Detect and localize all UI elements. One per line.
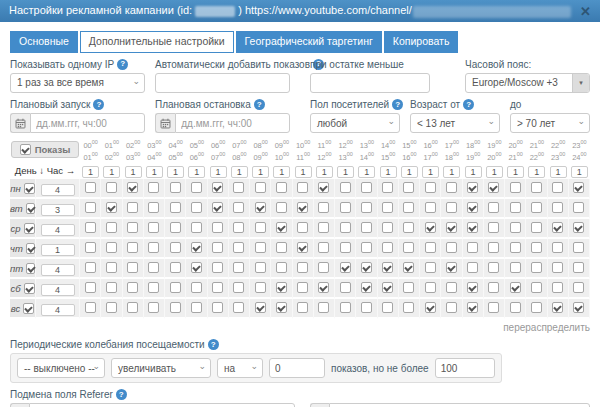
show-one-ip-select[interactable]: 1 раз за все время⌄: [10, 73, 145, 93]
hour-checkbox-thu-8[interactable]: [255, 242, 266, 253]
hour-checkbox-tue-19[interactable]: [488, 202, 499, 213]
hour-checkbox-sat-2[interactable]: [127, 282, 138, 293]
hour-checkbox-fri-16[interactable]: [425, 262, 436, 273]
hour-multiplier-input-1[interactable]: [103, 166, 120, 178]
day-impressions-input-sat[interactable]: [41, 284, 75, 296]
hour-checkbox-mon-5[interactable]: [191, 182, 202, 193]
hour-checkbox-fri-14[interactable]: [382, 262, 393, 273]
hour-checkbox-mon-13[interactable]: [361, 182, 372, 193]
hour-checkbox-thu-3[interactable]: [148, 242, 159, 253]
calendar-icon[interactable]: [10, 113, 30, 133]
hour-checkbox-mon-7[interactable]: [233, 182, 244, 193]
hour-checkbox-thu-9[interactable]: [276, 242, 287, 253]
hour-checkbox-wed-16[interactable]: [425, 222, 436, 233]
hour-checkbox-wed-2[interactable]: [127, 222, 138, 233]
hour-checkbox-tue-2[interactable]: [127, 202, 138, 213]
hour-checkbox-sun-22[interactable]: [552, 302, 563, 313]
hour-multiplier-input-2[interactable]: [125, 166, 142, 178]
hour-checkbox-wed-22[interactable]: [552, 222, 563, 233]
hour-checkbox-fri-11[interactable]: [318, 262, 329, 273]
hour-checkbox-mon-18[interactable]: [467, 182, 478, 193]
hour-checkbox-mon-0[interactable]: [85, 182, 96, 193]
hour-checkbox-fri-9[interactable]: [276, 262, 287, 273]
day-impressions-input-tue[interactable]: [41, 204, 75, 216]
hour-multiplier-input-22[interactable]: [550, 166, 567, 178]
hour-checkbox-tue-6[interactable]: [212, 202, 223, 213]
hour-multiplier-input-11[interactable]: [316, 166, 333, 178]
hour-checkbox-sun-20[interactable]: [510, 302, 521, 313]
hour-checkbox-mon-2[interactable]: [127, 182, 138, 193]
hour-checkbox-sun-7[interactable]: [233, 302, 244, 313]
help-icon[interactable]: ?: [116, 389, 127, 400]
hour-checkbox-thu-4[interactable]: [170, 242, 181, 253]
hour-checkbox-tue-3[interactable]: [148, 202, 159, 213]
hour-checkbox-wed-9[interactable]: [276, 222, 287, 233]
hour-checkbox-sun-18[interactable]: [467, 302, 478, 313]
hour-checkbox-thu-21[interactable]: [531, 242, 542, 253]
hour-checkbox-mon-20[interactable]: [510, 182, 521, 193]
day-impressions-input-wed[interactable]: [41, 224, 75, 236]
hour-checkbox-thu-0[interactable]: [85, 242, 96, 253]
hour-multiplier-input-18[interactable]: [465, 166, 482, 178]
hour-checkbox-thu-23[interactable]: [573, 242, 584, 253]
hour-checkbox-sun-12[interactable]: [340, 302, 351, 313]
hour-checkbox-fri-3[interactable]: [148, 262, 159, 273]
hour-checkbox-tue-0[interactable]: [85, 202, 96, 213]
hour-checkbox-sat-10[interactable]: [297, 282, 308, 293]
hour-checkbox-wed-13[interactable]: [361, 222, 372, 233]
hour-checkbox-mon-14[interactable]: [382, 182, 393, 193]
tab-main[interactable]: Основные: [10, 31, 78, 53]
hour-checkbox-fri-19[interactable]: [488, 262, 499, 273]
help-icon[interactable]: ?: [117, 59, 128, 70]
hour-checkbox-wed-18[interactable]: [467, 222, 478, 233]
fluctuation-max-input[interactable]: [435, 358, 495, 378]
hour-checkbox-thu-2[interactable]: [127, 242, 138, 253]
hour-checkbox-thu-7[interactable]: [233, 242, 244, 253]
hour-checkbox-fri-20[interactable]: [510, 262, 521, 273]
hour-checkbox-wed-17[interactable]: [446, 222, 457, 233]
hour-checkbox-mon-4[interactable]: [170, 182, 181, 193]
hour-checkbox-sat-5[interactable]: [191, 282, 202, 293]
day-checkbox-fri[interactable]: [26, 263, 35, 274]
hour-checkbox-sun-15[interactable]: [403, 302, 414, 313]
hour-checkbox-tue-7[interactable]: [233, 202, 244, 213]
hour-checkbox-tue-1[interactable]: [106, 202, 117, 213]
hour-checkbox-wed-23[interactable]: [573, 222, 584, 233]
hour-checkbox-tue-12[interactable]: [340, 202, 351, 213]
hour-checkbox-sun-17[interactable]: [446, 302, 457, 313]
hour-checkbox-wed-15[interactable]: [403, 222, 414, 233]
hour-checkbox-tue-18[interactable]: [467, 202, 478, 213]
hour-checkbox-mon-19[interactable]: [488, 182, 499, 193]
hour-checkbox-tue-22[interactable]: [552, 202, 563, 213]
hour-checkbox-sat-7[interactable]: [233, 282, 244, 293]
referer-input-1[interactable]: [29, 403, 295, 407]
day-impressions-input-thu[interactable]: [41, 244, 75, 256]
fluctuation-direction-select[interactable]: увеличивать⌄: [111, 358, 211, 378]
hour-checkbox-mon-17[interactable]: [446, 182, 457, 193]
hour-checkbox-sat-3[interactable]: [148, 282, 159, 293]
hour-checkbox-sat-17[interactable]: [446, 282, 457, 293]
hour-checkbox-tue-20[interactable]: [510, 202, 521, 213]
hour-checkbox-fri-17[interactable]: [446, 262, 457, 273]
hour-multiplier-input-0[interactable]: [82, 166, 99, 178]
hour-checkbox-mon-10[interactable]: [297, 182, 308, 193]
hour-checkbox-thu-22[interactable]: [552, 242, 563, 253]
hour-checkbox-sat-22[interactable]: [552, 282, 563, 293]
hour-checkbox-fri-1[interactable]: [106, 262, 117, 273]
hour-checkbox-fri-5[interactable]: [191, 262, 202, 273]
hour-checkbox-sat-1[interactable]: [106, 282, 117, 293]
fluctuation-by-select[interactable]: на⌄: [217, 358, 263, 378]
hour-checkbox-fri-4[interactable]: [170, 262, 181, 273]
hour-checkbox-mon-11[interactable]: [318, 182, 329, 193]
hour-checkbox-sat-16[interactable]: [425, 282, 436, 293]
hour-checkbox-sun-5[interactable]: [191, 302, 202, 313]
hour-checkbox-mon-22[interactable]: [552, 182, 563, 193]
hour-checkbox-tue-11[interactable]: [318, 202, 329, 213]
hour-checkbox-wed-1[interactable]: [106, 222, 117, 233]
hour-checkbox-wed-19[interactable]: [488, 222, 499, 233]
help-icon[interactable]: ?: [463, 99, 474, 110]
hour-checkbox-tue-5[interactable]: [191, 202, 202, 213]
hour-checkbox-fri-22[interactable]: [552, 262, 563, 273]
help-icon[interactable]: ?: [254, 99, 265, 110]
hour-checkbox-sun-3[interactable]: [148, 302, 159, 313]
